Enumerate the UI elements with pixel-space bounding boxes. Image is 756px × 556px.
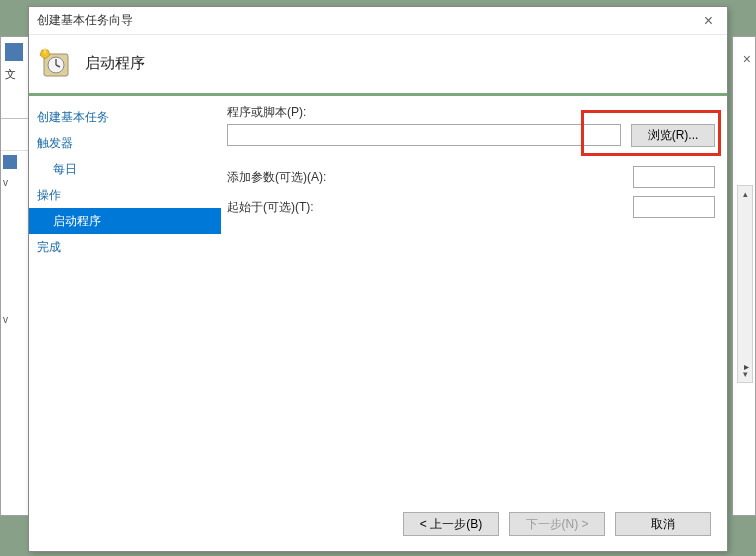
scroll-up-icon: ▴ (738, 186, 752, 202)
background-tree-collapse-2: v (1, 310, 29, 329)
background-scrollbar: ▴ ▾ (737, 185, 753, 383)
background-right-panel: × ▴ ▾ ▸ (732, 36, 756, 516)
background-tree-collapse: v (1, 173, 29, 192)
nav-finish[interactable]: 完成 (29, 234, 221, 260)
background-tree-item (1, 151, 29, 173)
nav-action[interactable]: 操作 (29, 182, 221, 208)
cancel-button[interactable]: 取消 (615, 512, 711, 536)
close-button[interactable]: × (698, 12, 719, 30)
arguments-input[interactable] (633, 166, 715, 188)
wizard-footer: < 上一步(B) 下一步(N) > 取消 (29, 498, 727, 550)
background-right-arrow-icon: ▸ (744, 361, 749, 372)
clock-task-icon (39, 47, 71, 79)
wizard-content: 程序或脚本(P): 浏览(R)... 添加参数(可选)(A): 起始于(可选)(… (221, 96, 727, 498)
start-in-input[interactable] (633, 196, 715, 218)
wizard-header: 启动程序 (29, 35, 727, 93)
nav-create-task[interactable]: 创建基本任务 (29, 104, 221, 130)
wizard-step-title: 启动程序 (85, 54, 145, 73)
nav-start-program[interactable]: 启动程序 (29, 208, 221, 234)
program-script-input[interactable] (227, 124, 621, 146)
browse-button[interactable]: 浏览(R)... (631, 124, 715, 147)
wizard-dialog: 创建基本任务向导 × 启动程序 创建基本任务 触发器 每日 操作 启动程序 完成 (28, 6, 728, 552)
dialog-title: 创建基本任务向导 (37, 12, 133, 29)
background-close-icon: × (743, 51, 751, 67)
background-app-icon (5, 43, 23, 61)
nav-trigger[interactable]: 触发器 (29, 130, 221, 156)
wizard-nav: 创建基本任务 触发器 每日 操作 启动程序 完成 (29, 96, 221, 498)
start-in-label: 起始于(可选)(T): (227, 199, 314, 216)
background-left-text: 文 (1, 67, 29, 82)
arguments-label: 添加参数(可选)(A): (227, 169, 326, 186)
back-button[interactable]: < 上一步(B) (403, 512, 499, 536)
next-button[interactable]: 下一步(N) > (509, 512, 605, 536)
background-left-panel: 文 v v (0, 36, 30, 516)
program-script-label: 程序或脚本(P): (227, 104, 715, 121)
nav-daily[interactable]: 每日 (29, 156, 221, 182)
titlebar: 创建基本任务向导 × (29, 7, 727, 35)
